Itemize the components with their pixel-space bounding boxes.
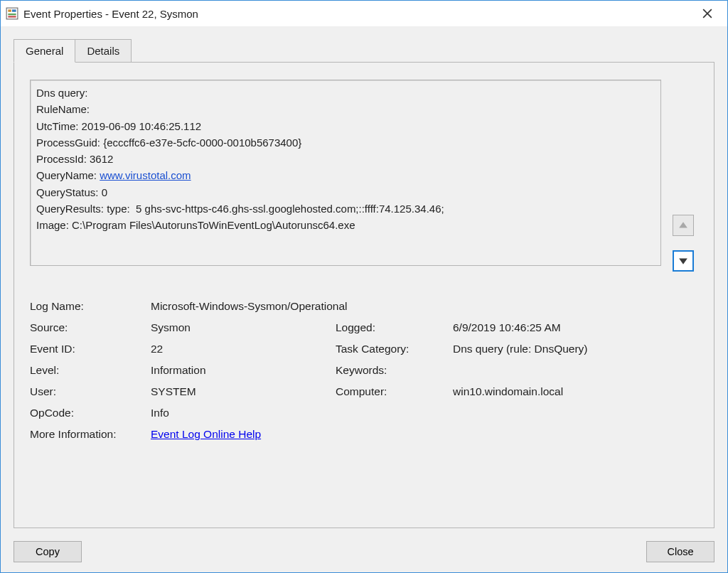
app-icon bbox=[5, 6, 19, 21]
tab-strip: General Details bbox=[14, 39, 714, 63]
event-line: QueryResults: type: 5 ghs-svc-https-c46.… bbox=[36, 203, 444, 215]
dialog-content: General Details Dns query: RuleName: Utc… bbox=[1, 26, 727, 572]
event-properties-grid: Log Name: Microsoft-Windows-Sysmon/Opera… bbox=[30, 300, 698, 441]
user-label: User: bbox=[30, 385, 151, 398]
general-tab-panel: Dns query: RuleName: UtcTime: 2019-06-09… bbox=[14, 62, 714, 528]
task-category-value: Dns query (rule: DnsQuery) bbox=[453, 343, 698, 355]
opcode-value: Info bbox=[151, 407, 698, 419]
event-line: ProcessGuid: {ecccffc6-e37e-5cfc-0000-00… bbox=[36, 136, 301, 149]
svg-rect-2 bbox=[12, 9, 16, 11]
level-value: Information bbox=[151, 364, 336, 377]
tab-details[interactable]: Details bbox=[75, 39, 132, 63]
event-line: ProcessId: 3612 bbox=[36, 153, 113, 165]
log-name-value: Microsoft-Windows-Sysmon/Operational bbox=[151, 300, 698, 313]
event-line: Image: C:\Program Files\AutorunsToWinEve… bbox=[36, 219, 355, 231]
next-event-button[interactable] bbox=[673, 250, 694, 272]
keywords-value bbox=[453, 364, 698, 377]
arrow-down-icon bbox=[678, 256, 688, 266]
copy-button[interactable]: Copy bbox=[14, 541, 82, 562]
svg-rect-3 bbox=[8, 14, 16, 15]
tab-general[interactable]: General bbox=[14, 39, 75, 63]
computer-value: win10.windomain.local bbox=[453, 385, 698, 398]
keywords-label: Keywords: bbox=[336, 364, 453, 377]
window-close-button[interactable] bbox=[693, 4, 722, 23]
window-title: Event Properties - Event 22, Sysmon bbox=[23, 8, 693, 20]
svg-rect-4 bbox=[8, 16, 16, 17]
more-info-label: More Information: bbox=[30, 428, 151, 441]
computer-label: Computer: bbox=[336, 385, 453, 398]
event-line: Dns query: bbox=[36, 87, 88, 99]
more-info-value: Event Log Online Help bbox=[151, 428, 698, 441]
titlebar: Event Properties - Event 22, Sysmon bbox=[1, 1, 727, 26]
log-name-label: Log Name: bbox=[30, 300, 151, 313]
arrow-up-icon bbox=[678, 220, 688, 230]
event-line: QueryStatus: 0 bbox=[36, 186, 107, 198]
event-id-label: Event ID: bbox=[30, 343, 151, 355]
close-button[interactable]: Close bbox=[646, 541, 714, 562]
logged-label: Logged: bbox=[336, 321, 453, 334]
event-description-text[interactable]: Dns query: RuleName: UtcTime: 2019-06-09… bbox=[30, 80, 661, 266]
task-category-label: Task Category: bbox=[336, 343, 453, 355]
prev-event-button[interactable] bbox=[673, 215, 694, 236]
event-line: UtcTime: 2019-06-09 10:46:25.112 bbox=[36, 120, 201, 132]
logged-value: 6/9/2019 10:46:25 AM bbox=[453, 321, 698, 334]
user-value: SYSTEM bbox=[151, 385, 336, 398]
event-nav-arrows bbox=[673, 215, 698, 279]
dialog-button-bar: Copy Close bbox=[14, 541, 714, 562]
source-value: Sysmon bbox=[151, 321, 336, 334]
level-label: Level: bbox=[30, 364, 151, 377]
queryname-link[interactable]: www.virustotal.com bbox=[100, 169, 191, 181]
event-text-wrap: Dns query: RuleName: UtcTime: 2019-06-09… bbox=[30, 80, 698, 279]
svg-rect-1 bbox=[8, 9, 11, 11]
more-info-link[interactable]: Event Log Online Help bbox=[151, 428, 261, 440]
opcode-label: OpCode: bbox=[30, 407, 151, 419]
event-queryname-label: QueryName: bbox=[36, 169, 100, 181]
event-line: RuleName: bbox=[36, 103, 90, 115]
source-label: Source: bbox=[30, 321, 151, 334]
close-icon bbox=[702, 9, 712, 18]
event-properties-window: Event Properties - Event 22, Sysmon Gene… bbox=[0, 0, 728, 573]
event-id-value: 22 bbox=[151, 343, 336, 355]
